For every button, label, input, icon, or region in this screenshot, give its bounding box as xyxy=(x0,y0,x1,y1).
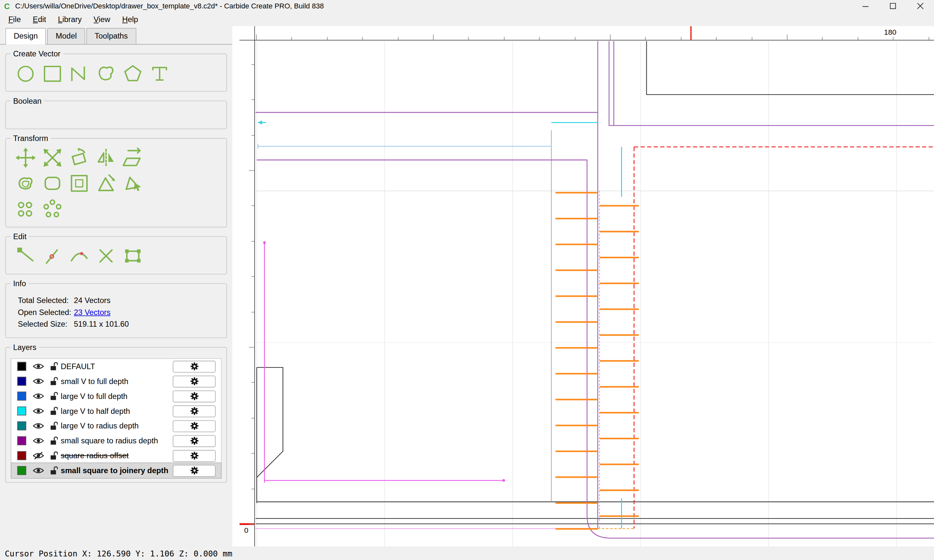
offset-tool-button[interactable] xyxy=(14,172,37,195)
linear-array-tool-button[interactable] xyxy=(14,198,37,220)
edit-nodes-tool-button[interactable] xyxy=(14,245,37,268)
canvas-drawing xyxy=(256,41,934,546)
menu-item-help[interactable]: Help xyxy=(116,12,144,25)
canvas[interactable] xyxy=(256,41,934,546)
rotate-tool-button[interactable] xyxy=(68,146,91,169)
shear-tool-button[interactable] xyxy=(122,146,144,169)
move-icon xyxy=(15,147,36,169)
layer-lock-toggle[interactable] xyxy=(50,392,58,401)
layer-color-swatch[interactable] xyxy=(17,406,26,415)
rectangle-tool-button[interactable] xyxy=(41,62,64,85)
menu-item-view[interactable]: View xyxy=(88,12,116,25)
trim-vectors-tool-button[interactable] xyxy=(95,245,117,268)
close-vector-tool-button[interactable] xyxy=(122,245,144,268)
scale-tool-button[interactable] xyxy=(41,146,64,169)
measure-tool-button[interactable] xyxy=(95,172,117,195)
rounded-rectangle-icon xyxy=(42,173,63,194)
layer-name: DEFAULT xyxy=(61,362,173,371)
info-label: Total Selected: xyxy=(18,296,71,305)
layer-row[interactable]: small V to full depth xyxy=(11,374,221,389)
layer-row[interactable]: square radius offset xyxy=(11,448,221,463)
edit-points-tool-button[interactable] xyxy=(41,245,64,268)
open-selected-link[interactable]: 23 Vectors xyxy=(74,308,111,317)
tab-design[interactable]: Design xyxy=(6,28,46,45)
layer-settings-button[interactable] xyxy=(173,375,216,387)
layer-color-swatch[interactable] xyxy=(17,436,26,445)
layer-settings-button[interactable] xyxy=(173,450,216,462)
circular-array-tool-button[interactable] xyxy=(41,198,64,220)
layer-settings-button[interactable] xyxy=(173,390,216,402)
gear-icon xyxy=(190,406,199,415)
close-button[interactable] xyxy=(907,0,934,12)
layer-settings-button[interactable] xyxy=(173,360,216,372)
eye-icon xyxy=(33,422,44,430)
layer-color-swatch[interactable] xyxy=(17,421,26,430)
layer-settings-button[interactable] xyxy=(173,435,216,447)
layer-lock-toggle[interactable] xyxy=(50,466,58,475)
menu-item-file[interactable]: File xyxy=(2,12,26,25)
unlock-icon xyxy=(50,362,58,371)
layer-settings-button[interactable] xyxy=(173,405,216,417)
layer-visibility-toggle[interactable] xyxy=(33,407,44,415)
polyline-tool-button[interactable] xyxy=(68,62,91,85)
menu-item-library[interactable]: Library xyxy=(52,12,88,25)
ruler-left: 0 xyxy=(239,40,255,546)
circular-array-icon xyxy=(42,198,62,219)
layer-settings-button[interactable] xyxy=(173,465,216,477)
layer-lock-toggle[interactable] xyxy=(50,421,58,430)
menu-item-edit[interactable]: Edit xyxy=(27,12,52,25)
mirror-tool-button[interactable] xyxy=(95,146,117,169)
freeform-curve-icon xyxy=(95,62,117,85)
triangle-cursor-icon xyxy=(122,173,144,194)
tab-toolpaths[interactable]: Toolpaths xyxy=(86,28,136,44)
layer-row[interactable]: small square to joinery depth xyxy=(11,463,221,478)
edit-points-icon xyxy=(42,245,63,267)
unlock-icon xyxy=(50,451,58,460)
layer-visibility-toggle[interactable] xyxy=(33,422,44,430)
layer-visibility-toggle[interactable] xyxy=(33,452,44,460)
move-tool-button[interactable] xyxy=(14,146,37,169)
gear-icon xyxy=(190,362,199,371)
layer-row[interactable]: large V to full depth xyxy=(11,389,221,403)
edit-curve-tool-button[interactable] xyxy=(68,245,91,268)
layer-lock-toggle[interactable] xyxy=(50,436,58,445)
round-corner-tool-button[interactable] xyxy=(41,172,64,195)
layer-name: small V to full depth xyxy=(61,377,173,386)
layer-visibility-toggle[interactable] xyxy=(33,437,44,445)
layer-color-swatch[interactable] xyxy=(17,451,26,460)
layer-color-swatch[interactable] xyxy=(17,392,26,401)
layer-lock-toggle[interactable] xyxy=(50,451,58,460)
section-title: Boolean xyxy=(11,97,44,106)
eye-icon xyxy=(33,377,44,385)
layer-visibility-toggle[interactable] xyxy=(33,377,44,385)
layer-color-swatch[interactable] xyxy=(17,466,26,475)
minimize-button[interactable] xyxy=(852,0,879,12)
layer-lock-toggle[interactable] xyxy=(50,362,58,371)
pick-tool-button[interactable] xyxy=(122,172,144,195)
layer-row[interactable]: large V to radius depth xyxy=(11,418,221,433)
circle-tool-button[interactable] xyxy=(14,62,37,85)
shear-icon xyxy=(122,147,144,169)
maximize-button[interactable] xyxy=(879,0,906,12)
curve-tool-button[interactable] xyxy=(95,62,117,85)
layer-lock-toggle[interactable] xyxy=(50,406,58,415)
layer-visibility-toggle[interactable] xyxy=(33,467,44,474)
grid-lines xyxy=(256,41,934,546)
layer-name: large V to full depth xyxy=(61,392,173,401)
unlock-icon xyxy=(50,377,58,386)
transform-tools-row3 xyxy=(11,198,222,220)
layer-row[interactable]: large V to half depth xyxy=(11,403,221,418)
window-title: C:/Users/willa/OneDrive/Desktop/drawer_b… xyxy=(15,2,324,10)
text-tool-button[interactable] xyxy=(148,62,171,85)
layer-color-swatch[interactable] xyxy=(17,362,26,371)
polygon-tool-button[interactable] xyxy=(122,62,144,85)
layer-row[interactable]: small square to radius depth xyxy=(11,433,221,448)
tab-model[interactable]: Model xyxy=(47,28,85,44)
nest-tool-button[interactable] xyxy=(68,172,91,195)
layer-visibility-toggle[interactable] xyxy=(33,363,44,371)
layer-color-swatch[interactable] xyxy=(17,377,26,386)
layer-row[interactable]: DEFAULT xyxy=(11,359,221,374)
layer-visibility-toggle[interactable] xyxy=(33,392,44,400)
layer-lock-toggle[interactable] xyxy=(50,377,58,386)
layer-settings-button[interactable] xyxy=(173,420,216,432)
